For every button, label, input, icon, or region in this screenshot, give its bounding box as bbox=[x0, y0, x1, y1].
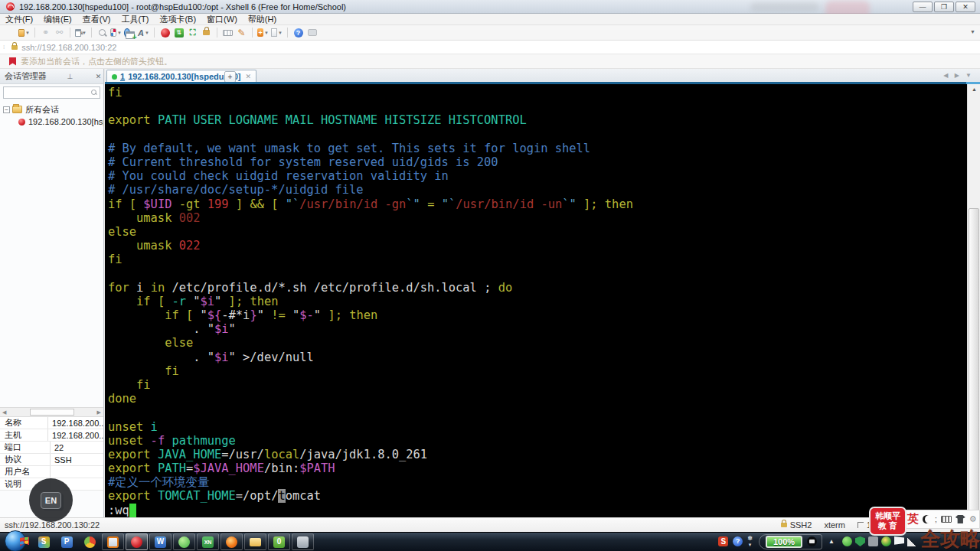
terminal-scrollbar[interactable]: ▲ bbox=[967, 84, 980, 517]
taskbar-xn-app-icon[interactable]: XN bbox=[197, 533, 219, 550]
address-url[interactable]: ssh://192.168.200.130:22 bbox=[21, 43, 116, 52]
tab-scroll-controls[interactable]: ◀ ▶ ▼ bbox=[943, 72, 974, 79]
ime-keyboard-icon[interactable] bbox=[941, 516, 952, 523]
ime-fullhalf-moon-icon[interactable] bbox=[923, 515, 931, 523]
taskbar-w-app-icon[interactable]: W bbox=[149, 533, 172, 550]
feedback-icon[interactable] bbox=[306, 27, 318, 38]
terminal-line: # Current threshold for system reserved … bbox=[108, 155, 967, 169]
tree-item-session[interactable]: 192.168.200.130[hspe bbox=[0, 116, 103, 128]
menu-item-6[interactable]: 帮助(H) bbox=[243, 14, 282, 25]
taskbar-360-icon[interactable]: S bbox=[36, 534, 51, 549]
scroll-left-icon[interactable]: ◀ bbox=[2, 409, 6, 416]
scroll-up-icon[interactable]: ▲ bbox=[968, 84, 980, 95]
taskbar-p-app-icon[interactable]: P bbox=[59, 534, 74, 549]
reconnect-icon[interactable]: ⚯ bbox=[54, 27, 65, 38]
tray-flag-icon[interactable] bbox=[894, 536, 904, 546]
taskbar-green-app-icon[interactable] bbox=[173, 533, 195, 550]
tree-item-label: 所有会话 bbox=[25, 104, 59, 116]
ime-skin-icon[interactable] bbox=[956, 515, 965, 523]
new-file-icon[interactable]: +▼ bbox=[257, 27, 269, 38]
menu-item-1[interactable]: 编辑(E) bbox=[38, 14, 77, 25]
minimize-button[interactable]: — bbox=[913, 2, 933, 12]
tray-network-icon[interactable] bbox=[907, 536, 917, 546]
terminal-line: fi bbox=[108, 364, 967, 378]
xshell-icon[interactable] bbox=[159, 27, 171, 38]
property-row[interactable]: 名称192.168.200... bbox=[0, 417, 103, 429]
tray-expand-icon[interactable]: ▲ bbox=[828, 538, 835, 545]
restore-button[interactable]: ❐ bbox=[934, 2, 954, 12]
terminal-line: export PATH USER LOGNAME MAIL HOSTNAME H… bbox=[108, 113, 967, 127]
disconnect-icon[interactable]: ⚭ bbox=[40, 27, 51, 38]
xftp-icon[interactable]: ⇅ bbox=[173, 27, 185, 38]
highlight-pen-icon[interactable]: ✎ bbox=[236, 27, 247, 38]
ime-punctuation-indicator[interactable]: ; bbox=[935, 515, 937, 523]
taskbar-vm-icon[interactable] bbox=[102, 533, 124, 550]
tray-sogou-icon[interactable]: S bbox=[718, 536, 728, 546]
menu-item-3[interactable]: 工具(T) bbox=[116, 14, 154, 25]
help-icon[interactable]: ? bbox=[292, 27, 304, 38]
layout-icon[interactable]: ▼ bbox=[271, 27, 283, 38]
property-row[interactable]: 协议SSH bbox=[0, 454, 103, 466]
tray-shield-icon[interactable] bbox=[855, 536, 865, 546]
menu-item-4[interactable]: 选项卡(B) bbox=[154, 14, 201, 25]
tray-overflow-icon[interactable]: ✽▾ bbox=[747, 535, 753, 548]
lock-icon[interactable] bbox=[201, 27, 212, 38]
property-value: 192.168.200... bbox=[48, 419, 103, 428]
terminal-line: umask 002 bbox=[108, 211, 967, 225]
brand-badge-line2: 教 育 bbox=[871, 521, 905, 531]
menu-item-5[interactable]: 窗口(W) bbox=[201, 14, 243, 25]
sidebar-horizontal-scrollbar[interactable]: ◀ ▶ bbox=[0, 407, 103, 417]
terminal-line: export TOMCAT_HOME=/opt/tomcat bbox=[108, 489, 967, 503]
scroll-right-icon[interactable]: ▶ bbox=[97, 409, 101, 416]
terminal-line: fi bbox=[108, 253, 967, 266]
taskbar-o-app-icon[interactable]: 0 bbox=[268, 533, 290, 550]
scrollbar-thumb[interactable] bbox=[969, 208, 979, 516]
font-icon[interactable]: A▼ bbox=[138, 27, 149, 38]
keyboard-icon[interactable] bbox=[222, 27, 234, 38]
collapse-icon[interactable]: − bbox=[3, 106, 10, 113]
battery-group: 100% bbox=[759, 534, 822, 549]
ime-floating-indicator[interactable]: EN bbox=[29, 478, 73, 522]
taskbar-firefox-icon[interactable] bbox=[220, 533, 243, 550]
open-folder-icon[interactable]: ▼ bbox=[18, 27, 30, 38]
tab-close-icon[interactable]: ✕ bbox=[246, 73, 252, 80]
close-button[interactable]: ✕ bbox=[956, 2, 975, 12]
new-tab-button[interactable]: + bbox=[224, 71, 236, 83]
terminal-line bbox=[108, 406, 967, 419]
taskbar-xshell-icon[interactable] bbox=[126, 533, 148, 550]
fullscreen-icon[interactable]: ⛶ bbox=[187, 27, 198, 38]
property-row[interactable]: 端口22 bbox=[0, 442, 103, 454]
tray-help-icon[interactable]: ? bbox=[733, 536, 743, 546]
terminal[interactable]: fiexport PATH USER LOGNAME MAIL HOSTNAME… bbox=[105, 84, 967, 517]
start-button[interactable] bbox=[5, 530, 26, 551]
session-properties-icon[interactable]: ▼ bbox=[75, 27, 87, 38]
panel-close-icon[interactable]: ✕ bbox=[93, 73, 103, 80]
new-session-icon[interactable] bbox=[5, 27, 16, 38]
terminal-line: if [ $UID -gt 199 ] && [ "`/usr/bin/id -… bbox=[108, 197, 967, 211]
tray-gray-app-icon[interactable] bbox=[868, 536, 878, 546]
ime-settings-icon[interactable]: ⚙ bbox=[969, 514, 977, 524]
address-bar[interactable]: ⁞ ssh://192.168.200.130:22 ▼ bbox=[0, 41, 980, 54]
battery-indicator[interactable]: 100% bbox=[766, 536, 802, 548]
address-lock-icon bbox=[11, 45, 18, 50]
toolbar-overflow-icon[interactable]: ▼ bbox=[970, 29, 975, 34]
taskbar-chrome-icon[interactable] bbox=[82, 534, 97, 549]
ime-en-key: EN bbox=[41, 492, 61, 509]
terminal-line: export PATH=$JAVA_HOME/bin:$PATH bbox=[108, 461, 967, 475]
find-icon[interactable] bbox=[96, 27, 108, 38]
ime-language-indicator[interactable]: 英 bbox=[907, 512, 919, 527]
pin-icon[interactable]: ⊥ bbox=[65, 73, 75, 80]
compose-icon[interactable]: ▼ bbox=[110, 27, 122, 38]
taskbar-tool-icon[interactable] bbox=[292, 533, 314, 550]
session-search-input[interactable] bbox=[3, 86, 100, 99]
menu-item-0[interactable]: 文件(F) bbox=[0, 14, 38, 25]
tray-safety-icon[interactable] bbox=[881, 536, 891, 546]
scrollbar-thumb[interactable] bbox=[30, 409, 74, 416]
terminal-line: #定义一个环境变量 bbox=[108, 475, 967, 489]
taskbar-explorer-icon[interactable] bbox=[244, 533, 266, 550]
property-row[interactable]: 用户名 bbox=[0, 466, 103, 478]
menu-item-2[interactable]: 查看(V) bbox=[77, 14, 116, 25]
tree-item-all-sessions[interactable]: − 所有会话 bbox=[0, 103, 103, 116]
tray-green-app-icon[interactable] bbox=[842, 536, 852, 546]
property-row[interactable]: 主机192.168.200... bbox=[0, 429, 103, 442]
